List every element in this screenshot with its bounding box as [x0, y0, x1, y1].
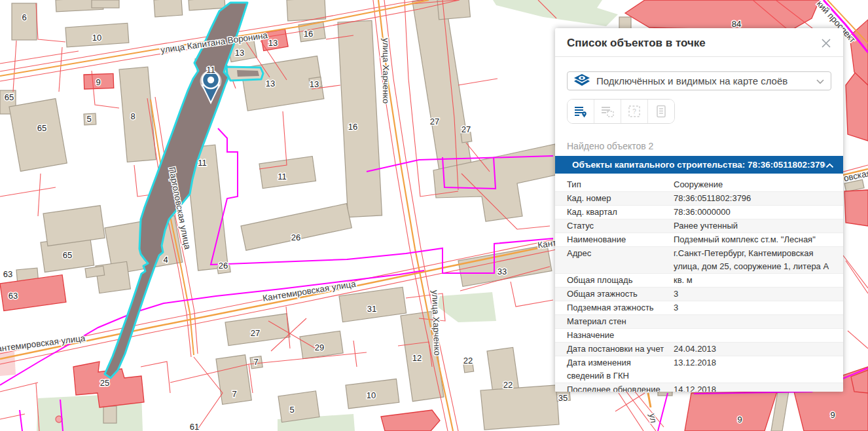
- building-number-label: 65: [5, 92, 14, 102]
- building-number-label: 33: [497, 267, 507, 276]
- attribute-label: Общая этажность: [567, 288, 674, 301]
- attribute-value: 13.12.2018: [674, 356, 831, 383]
- attribute-label: Назначение: [567, 329, 674, 342]
- building-number-label: 6: [22, 12, 26, 22]
- building-number-label: 84: [732, 19, 741, 29]
- attribute-label: Наименование: [567, 233, 674, 246]
- building-number-label: 10: [92, 33, 101, 43]
- building-number-label: 7: [232, 389, 236, 399]
- attribute-row: Подземная этажность3: [555, 301, 843, 314]
- attribute-label: Дата постановки на учет: [567, 343, 674, 356]
- street-label: овская: [843, 168, 868, 183]
- attribute-row: Последнее обновление сведений14.12.2018: [555, 383, 843, 392]
- attributes-table: ТипСооружениеКад. номер78:36:0511802:379…: [555, 178, 843, 392]
- tool-objects-in-area-button[interactable]: [594, 100, 621, 123]
- building-number-label: 11: [198, 158, 207, 168]
- attribute-value: Ранее учтенный: [674, 219, 831, 233]
- building-number-label: 8: [130, 111, 135, 121]
- chevron-up-icon: [825, 159, 834, 171]
- building-number-label: 65: [37, 123, 46, 133]
- panel-title: Список объектов в точке: [567, 37, 706, 50]
- building-number-label: 29: [315, 343, 324, 352]
- svg-text:?: ?: [632, 108, 636, 115]
- attribute-value: [674, 315, 831, 328]
- attribute-value: г.Санкт-Петербург, Кантемировская улица,…: [674, 247, 831, 273]
- results-toolbar: ?: [567, 99, 675, 124]
- building-number-label: 26: [291, 233, 300, 242]
- attribute-label: Материал стен: [567, 315, 674, 328]
- building-number-label: 7: [253, 357, 258, 367]
- building-number-label: 4: [163, 255, 168, 265]
- building-number-label: 9: [737, 415, 742, 424]
- tool-report-button[interactable]: [647, 100, 674, 123]
- close-icon[interactable]: [820, 37, 833, 50]
- building-number-label: 65: [63, 250, 72, 260]
- building-number-label: 9: [830, 410, 835, 420]
- attribute-label: Тип: [567, 178, 674, 191]
- building-number-label: 9: [96, 77, 100, 87]
- attribute-label: Адрес: [567, 247, 674, 273]
- attribute-row: Кад. квартал78:36:0000000: [555, 205, 843, 219]
- tool-identify-area-button[interactable]: ?: [621, 100, 647, 123]
- building-number-label: 11: [206, 65, 215, 75]
- attribute-row: Общая площадькв. м: [555, 273, 843, 287]
- building-number-label: 22: [463, 356, 473, 365]
- building-number-label: 13: [266, 79, 275, 88]
- attribute-row: Дата изменения сведений в ГКН13.12.2018: [555, 356, 843, 383]
- attribute-label: Дата изменения сведений в ГКН: [567, 356, 674, 383]
- street-label: ул: [647, 413, 659, 423]
- attribute-value: Подземный комплекс ст.м. "Лесная": [674, 233, 831, 246]
- attribute-label: Кад. квартал: [567, 206, 674, 219]
- attribute-value: кв. м: [674, 274, 831, 287]
- building-number-label: 25: [100, 378, 109, 388]
- building-number-label: 10: [367, 390, 376, 400]
- attribute-row: Материал стен: [555, 314, 843, 328]
- attribute-value: 78:36:0000000: [674, 206, 831, 219]
- street-label: Кантемировская улица: [0, 333, 86, 354]
- building-number-label: 63: [9, 291, 18, 301]
- attribute-row: Кад. номер78:36:0511802:3796: [555, 191, 843, 205]
- building-number-label: 61: [190, 422, 199, 431]
- attribute-row: Дата постановки на учет24.04.2013: [555, 342, 843, 356]
- attribute-value: 78:36:0511802:3796: [674, 192, 831, 205]
- attribute-row: СтатусРанее учтенный: [555, 219, 843, 233]
- building-number-label: 5: [86, 114, 91, 124]
- building-number-label: 22: [503, 380, 513, 390]
- layers-icon: [573, 73, 590, 89]
- building-number-label: 12: [412, 353, 422, 363]
- object-group-title: Объекты капитального строительства: 78:3…: [572, 160, 825, 170]
- layer-filter-dropdown[interactable]: Подключённых и видимых на карте слоёв: [567, 71, 831, 90]
- attribute-value: [674, 329, 831, 342]
- building-number-label: 13: [235, 48, 244, 58]
- app-window: улица Капитана Воронинаулица Харченкоули…: [0, 0, 868, 431]
- attribute-row: Адресг.Санкт-Петербург, Кантемировская у…: [555, 246, 843, 273]
- attribute-value: Сооружение: [674, 178, 831, 191]
- building-number-label: 13: [310, 79, 319, 89]
- attribute-label: Статус: [567, 219, 674, 233]
- attribute-label: Подземная этажность: [567, 301, 674, 314]
- street-label: улица Харченко: [381, 38, 391, 103]
- building-number-label: 31: [367, 304, 376, 314]
- panel-header: Список объектов в точке: [555, 28, 843, 56]
- building-number-label: 35: [558, 393, 568, 403]
- building-number-label: 27: [251, 328, 260, 338]
- building-number-label: 11: [278, 172, 287, 181]
- building-number-label: 27: [430, 117, 439, 126]
- object-group-header[interactable]: Объекты капитального строительства: 78:3…: [555, 156, 843, 174]
- attribute-value: 14.12.2018: [674, 383, 831, 392]
- objects-at-point-panel: Список объектов в точке Подключённых и в…: [555, 28, 843, 392]
- tool-objects-at-point-button[interactable]: [568, 100, 594, 123]
- attribute-row: Назначение: [555, 328, 843, 342]
- attribute-row: Общая этажность3: [555, 287, 843, 301]
- building-number-label: 26: [219, 261, 228, 271]
- building-number-label: 16: [348, 122, 357, 132]
- building-number-label: 5: [289, 405, 294, 415]
- attribute-value: 24.04.2013: [674, 343, 831, 356]
- building-number-label: 63: [3, 269, 12, 279]
- attribute-label: Последнее обновление сведений: [567, 383, 674, 392]
- attribute-row: НаименованиеПодземный комплекс ст.м. "Ле…: [555, 233, 843, 246]
- selected-object-arm-core: [237, 70, 259, 77]
- attribute-label: Кад. номер: [567, 192, 674, 205]
- building-number-label: 27: [461, 124, 471, 134]
- building-number-label: 16: [304, 29, 313, 39]
